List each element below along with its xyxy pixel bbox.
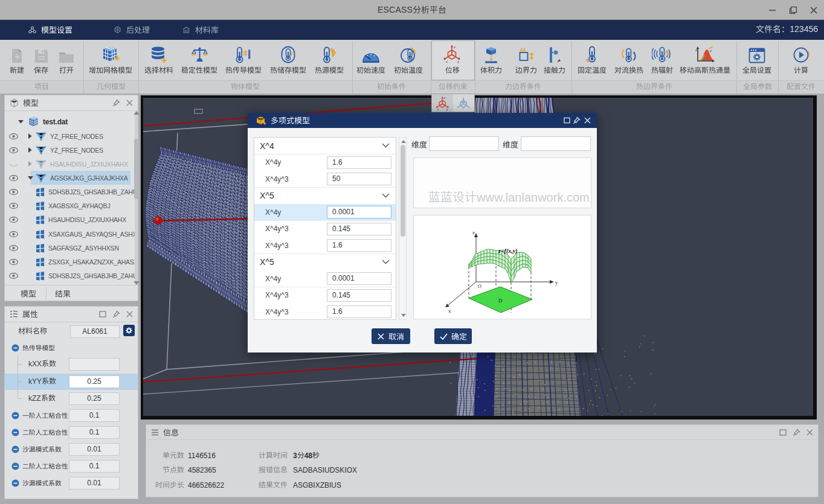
svg-text:y: y (457, 60, 459, 63)
svg-text:y: y (555, 279, 558, 285)
svg-text:y: y (709, 49, 712, 53)
svg-text:z: z (695, 48, 697, 52)
svg-text:z=f(x,y): z=f(x,y) (498, 247, 518, 255)
svg-text:y: y (446, 107, 448, 110)
svg-text:z: z (454, 45, 455, 49)
svg-text:z: z (443, 96, 445, 100)
svg-text:D: D (498, 298, 503, 304)
svg-text:z: z (472, 229, 475, 235)
svg-text:O: O (478, 284, 481, 289)
svg-text:x: x (437, 107, 439, 110)
svg-text:x: x (448, 308, 451, 314)
svg-text:x: x (446, 60, 448, 63)
